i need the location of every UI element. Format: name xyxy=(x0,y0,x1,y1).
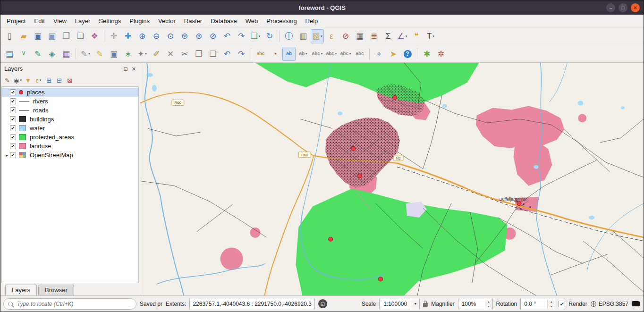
select-by-expression-button[interactable]: ε xyxy=(325,29,338,43)
menu-edit[interactable]: Edit xyxy=(30,16,49,26)
delete-selected-button[interactable]: ✕ xyxy=(164,47,177,61)
menu-plugins[interactable]: Plugins xyxy=(125,16,154,26)
new-shapefile-layer-button[interactable]: ✎ xyxy=(31,47,44,61)
zoom-out-button[interactable]: ⊖ xyxy=(150,29,163,43)
add-point-feature-button[interactable]: ∗ xyxy=(121,47,135,61)
layer-row-water[interactable]: ✔water xyxy=(2,124,138,133)
menu-settings[interactable]: Settings xyxy=(94,16,125,26)
layer-label[interactable]: roads xyxy=(33,107,49,114)
move-label-button[interactable]: abc▾ xyxy=(339,47,352,61)
filter-legend-by-expression-button[interactable]: ε▾ xyxy=(34,75,43,85)
open-attribute-table-button[interactable]: ▦ xyxy=(353,29,366,43)
messages-icon[interactable] xyxy=(632,301,640,306)
tab-layers[interactable]: Layers xyxy=(5,285,37,295)
layer-row-places[interactable]: ✔places xyxy=(2,88,138,97)
layer-label[interactable]: water xyxy=(30,125,45,132)
extents-field[interactable]: 2263757.1,-4040043.6 : 2291750.0,-402692… xyxy=(189,299,315,309)
layer-label[interactable]: OpenStreetMap xyxy=(30,152,73,159)
layer-checkbox[interactable]: ✔ xyxy=(10,152,16,158)
layer-checkbox[interactable]: ✔ xyxy=(10,89,16,95)
layer-checkbox[interactable]: ✔ xyxy=(10,107,16,113)
layer-label[interactable]: places xyxy=(27,89,45,96)
layer-checkbox[interactable]: ✔ xyxy=(10,143,16,149)
redo-button[interactable]: ↷ xyxy=(235,47,248,61)
spin-up-icon[interactable]: ▲ xyxy=(548,299,555,304)
help-contents-button[interactable]: ? xyxy=(401,47,414,61)
maximize-button[interactable]: □ xyxy=(619,3,627,12)
dropdown-arrow-icon[interactable]: ▾ xyxy=(40,78,42,82)
menu-database[interactable]: Database xyxy=(206,16,241,26)
new-geopackage-layer-button[interactable]: ◈ xyxy=(45,47,59,61)
map-tips-button[interactable]: ❝ xyxy=(410,29,423,43)
deselect-features-button[interactable]: ⊘ xyxy=(339,29,352,43)
layer-checkbox[interactable]: ✔ xyxy=(10,98,16,104)
dropdown-arrow-icon[interactable]: ▾ xyxy=(20,78,22,82)
extents-toggle-button[interactable]: ◱ xyxy=(318,299,327,308)
menu-raster[interactable]: Raster xyxy=(180,16,206,26)
zoom-next-button[interactable]: ↷ xyxy=(235,29,248,43)
lock-scale-icon[interactable] xyxy=(423,303,428,307)
layer-row-protected_areas[interactable]: ✔protected_areas xyxy=(2,133,138,142)
locate-bar[interactable] xyxy=(3,298,136,310)
layer-checkbox[interactable]: ✔ xyxy=(10,116,16,122)
save-project-button[interactable]: ▣ xyxy=(31,29,44,43)
osm-downloader-button[interactable]: ➤ xyxy=(387,47,400,61)
save-layer-edits-button[interactable]: ▣ xyxy=(107,47,120,61)
minimize-button[interactable]: – xyxy=(606,3,615,12)
spin-down-icon[interactable]: ▼ xyxy=(485,304,492,309)
scale-combo[interactable]: 1:100000 ▾ xyxy=(379,299,420,309)
dropdown-arrow-icon[interactable]: ▾ xyxy=(432,34,434,38)
magnifier-spinner[interactable]: 100% ▲▼ xyxy=(458,299,493,309)
new-project-button[interactable]: ▯ xyxy=(3,29,16,43)
new-print-layout-button[interactable]: ❐ xyxy=(59,29,73,43)
spin-down-icon[interactable]: ▼ xyxy=(548,304,555,309)
dropdown-arrow-icon[interactable]: ▾ xyxy=(321,52,323,56)
menu-layer[interactable]: Layer xyxy=(71,16,95,26)
toggle-editing-button[interactable]: ✎ xyxy=(93,47,106,61)
refresh-map-button[interactable]: ↻ xyxy=(263,29,276,43)
render-checkbox[interactable]: ✔ xyxy=(559,301,565,307)
layer-label[interactable]: rivers xyxy=(33,98,48,105)
layer-checkbox[interactable]: ✔ xyxy=(10,134,16,140)
paste-features-button[interactable]: ❏ xyxy=(206,47,220,61)
measure-button[interactable]: ∠▾ xyxy=(396,29,409,43)
new-map-view-button[interactable]: ❏▾ xyxy=(249,29,262,43)
dropdown-arrow-icon[interactable]: ▾ xyxy=(145,52,147,56)
dropdown-arrow-icon[interactable]: ▾ xyxy=(259,34,261,38)
chevron-down-icon[interactable]: ▾ xyxy=(411,299,419,309)
undo-button[interactable]: ↶ xyxy=(220,47,234,61)
crs-button[interactable]: EPSG:3857 xyxy=(591,301,628,307)
dropdown-arrow-icon[interactable]: ▾ xyxy=(88,52,90,56)
layer-row-rivers[interactable]: ✔rivers xyxy=(2,97,138,106)
map-canvas[interactable]: R60 R60 N2 Buffeljagsrivier xyxy=(140,63,644,295)
copy-features-button[interactable]: ❐ xyxy=(192,47,205,61)
menu-view[interactable]: View xyxy=(49,16,71,26)
zoom-full-button[interactable]: ⊛ xyxy=(178,29,191,43)
vertex-tool-button[interactable]: ✦▾ xyxy=(136,47,149,61)
layer-row-roads[interactable]: ✔roads xyxy=(2,106,138,115)
layer-diagram-options-button[interactable]: ◔ xyxy=(268,47,281,61)
show-hide-labels-button[interactable]: abc▾ xyxy=(325,47,338,61)
zoom-last-button[interactable]: ↶ xyxy=(220,29,234,43)
statistical-summary-button[interactable]: Σ xyxy=(381,29,395,43)
zoom-native-button[interactable]: ⊙ xyxy=(164,29,177,43)
show-layout-manager-button[interactable]: ❏ xyxy=(74,29,87,43)
filter-legend-button[interactable]: ▼ xyxy=(23,75,33,85)
rotation-spinner[interactable]: 0.0 ° ▲▼ xyxy=(520,299,555,309)
processing-history-button[interactable]: ✲ xyxy=(434,47,448,61)
layer-labeling-options-button[interactable]: abc xyxy=(254,47,267,61)
save-project-as-button[interactable]: ▣ xyxy=(45,29,59,43)
dropdown-arrow-icon[interactable]: ▾ xyxy=(321,34,322,38)
pan-map-button[interactable]: ✛ xyxy=(107,29,120,43)
float-panel-button[interactable]: ⊡ xyxy=(124,66,128,72)
menu-web[interactable]: Web xyxy=(241,16,263,26)
highlight-pinned-labels-button[interactable]: ab xyxy=(282,47,296,61)
dropdown-arrow-icon[interactable]: ▾ xyxy=(406,34,407,38)
cut-features-button[interactable]: ✂ xyxy=(178,47,191,61)
tab-browser[interactable]: Browser xyxy=(38,285,74,295)
change-label-button[interactable]: abc xyxy=(353,47,366,61)
locate-input[interactable] xyxy=(16,300,132,308)
collapse-all-button[interactable]: ⊟ xyxy=(54,75,64,85)
select-features-button[interactable]: ▧▾ xyxy=(311,29,324,43)
open-project-button[interactable]: ▰ xyxy=(17,29,30,43)
